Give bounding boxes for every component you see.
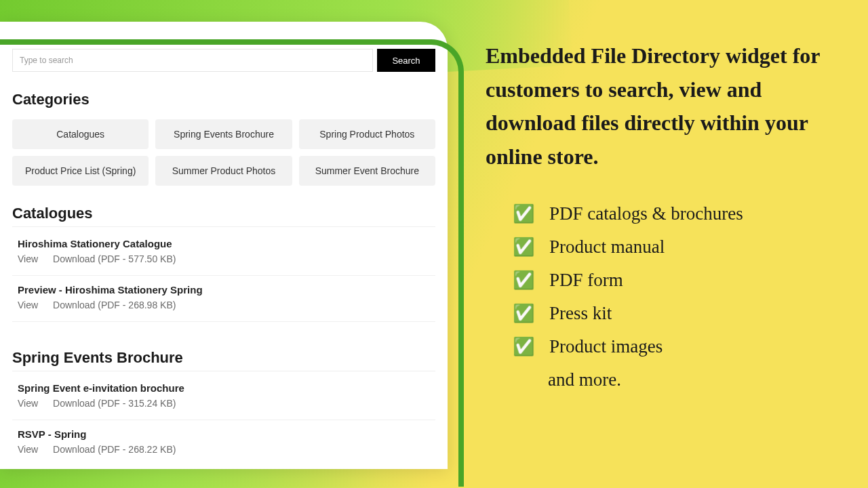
divider	[12, 321, 435, 322]
file-name: Hiroshima Stationery Catalogue	[18, 238, 430, 249]
category-chip[interactable]: Spring Product Photos	[299, 119, 435, 149]
feature-text: PDF form	[549, 270, 623, 291]
view-link[interactable]: View	[18, 444, 38, 455]
check-icon: ✅	[513, 305, 534, 323]
category-chip[interactable]: Product Price List (Spring)	[12, 156, 149, 186]
file-actions: View Download (PDF - 268.98 KB)	[18, 300, 430, 310]
feature-row: ✅ Product images	[513, 336, 838, 357]
stage: Search Categories Catalogues Spring Even…	[0, 0, 868, 488]
feature-row: ✅ PDF form	[513, 270, 838, 291]
file-item: Hiroshima Stationery Catalogue View Down…	[12, 237, 435, 272]
search-input[interactable]	[12, 49, 373, 72]
hero-text: Embedded File Directory widget for custo…	[486, 39, 838, 174]
feature-text: Product manual	[549, 237, 665, 258]
file-item: Spring Event e-invitation brochure View …	[12, 381, 435, 417]
download-link[interactable]: Download (PDF - 315.24 KB)	[53, 398, 176, 409]
check-icon: ✅	[513, 205, 534, 223]
file-actions: View Download (PDF - 577.50 KB)	[18, 253, 430, 264]
marketing-copy: Embedded File Directory widget for custo…	[486, 39, 838, 390]
category-chip[interactable]: Catalogues	[12, 119, 149, 149]
divider	[12, 420, 435, 420]
file-item: Preview - Hiroshima Stationery Spring Vi…	[12, 283, 435, 319]
download-link[interactable]: Download (PDF - 268.98 KB)	[53, 300, 176, 310]
file-actions: View Download (PDF - 268.22 KB)	[18, 444, 430, 455]
category-chip[interactable]: Summer Product Photos	[155, 156, 292, 186]
feature-text: Product images	[549, 336, 663, 357]
search-button[interactable]: Search	[377, 49, 435, 72]
feature-list: ✅ PDF catalogs & brochures ✅ Product man…	[513, 203, 838, 390]
feature-row: ✅ Press kit	[513, 303, 838, 324]
check-icon: ✅	[513, 338, 534, 356]
check-icon: ✅	[513, 239, 534, 256]
category-chip[interactable]: Spring Events Brochure	[155, 119, 292, 149]
feature-row: ✅ PDF catalogs & brochures	[513, 203, 838, 224]
view-link[interactable]: View	[18, 253, 38, 264]
view-link[interactable]: View	[18, 398, 38, 409]
file-actions: View Download (PDF - 315.24 KB)	[18, 398, 430, 409]
categories-heading: Categories	[12, 91, 435, 108]
divider	[12, 275, 435, 276]
file-name: RSVP - Spring	[18, 428, 430, 440]
download-link[interactable]: Download (PDF - 577.50 KB)	[53, 253, 176, 264]
divider	[12, 226, 435, 227]
download-link[interactable]: Download (PDF - 268.22 KB)	[53, 444, 176, 455]
category-chip[interactable]: Summer Event Brochure	[299, 156, 435, 186]
section-title: Spring Events Brochure	[12, 349, 435, 367]
check-icon: ✅	[513, 272, 534, 289]
file-name: Preview - Hiroshima Stationery Spring	[18, 284, 430, 296]
section-title: Catalogues	[12, 205, 435, 222]
widget-card: Search Categories Catalogues Spring Even…	[0, 22, 448, 469]
feature-more: and more.	[548, 369, 838, 390]
search-row: Search	[12, 49, 435, 72]
feature-row: ✅ Product manual	[513, 237, 838, 258]
feature-text: Press kit	[549, 303, 612, 324]
file-name: Spring Event e-invitation brochure	[18, 382, 430, 394]
divider	[12, 371, 435, 371]
file-item: RSVP - Spring View Download (PDF - 268.2…	[12, 427, 435, 463]
category-grid: Catalogues Spring Events Brochure Spring…	[12, 119, 435, 186]
feature-text: PDF catalogs & brochures	[549, 203, 743, 224]
view-link[interactable]: View	[18, 300, 38, 310]
